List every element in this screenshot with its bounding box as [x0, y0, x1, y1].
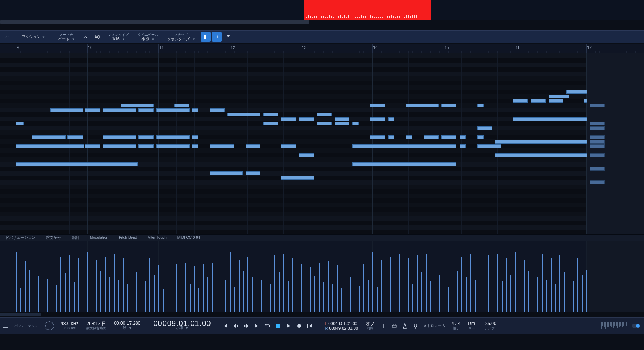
midi-note[interactable]: [441, 135, 456, 139]
velocity-bar[interactable]: [381, 260, 382, 312]
velocity-bar[interactable]: [359, 286, 360, 312]
velocity-bar[interactable]: [38, 276, 39, 312]
midi-note[interactable]: [174, 104, 189, 107]
velocity-bar[interactable]: [234, 287, 235, 312]
velocity-bar[interactable]: [172, 276, 172, 312]
velocity-bar[interactable]: [207, 277, 208, 312]
time-ruler[interactable]: 91011121314151617: [0, 44, 644, 53]
velocity-bar[interactable]: [141, 254, 141, 312]
quantize-dropdown[interactable]: クオンタイズ 1/16 ▼: [105, 31, 132, 43]
velocity-bar[interactable]: [528, 271, 529, 312]
velocity-bar[interactable]: [243, 271, 244, 312]
lane-tab[interactable]: 歌詞: [66, 234, 85, 241]
horizontal-scrollbar[interactable]: [0, 312, 644, 317]
midi-note[interactable]: [406, 135, 412, 139]
velocity-bar[interactable]: [43, 255, 43, 312]
arranger-overview[interactable]: [0, 0, 644, 20]
velocity-bar[interactable]: [453, 260, 453, 312]
velocity-bar[interactable]: [395, 277, 395, 312]
velocity-bar[interactable]: [149, 258, 150, 312]
midi-note[interactable]: [192, 135, 198, 139]
velocity-bar[interactable]: [502, 281, 503, 312]
midi-note[interactable]: [281, 144, 296, 148]
midi-note[interactable]: [210, 108, 225, 112]
action-menu[interactable]: アクション▼: [18, 32, 48, 42]
velocity-bar[interactable]: [301, 264, 302, 312]
stop-button[interactable]: [273, 321, 283, 331]
velocity-bar[interactable]: [292, 258, 293, 312]
velocity-bar[interactable]: [555, 284, 556, 312]
midi-note[interactable]: [138, 144, 154, 148]
velocity-bar[interactable]: [564, 272, 565, 312]
key-display[interactable]: Dm キー: [464, 321, 479, 330]
velocity-bar[interactable]: [127, 284, 128, 312]
lane-tab[interactable]: After Touch: [142, 234, 172, 241]
velocity-bar[interactable]: [247, 257, 248, 312]
velocity-bar[interactable]: [87, 252, 88, 312]
zoom-slider[interactable]: [599, 322, 629, 329]
velocity-bar[interactable]: [332, 284, 333, 312]
velocity-bar[interactable]: [386, 271, 386, 312]
midi-note[interactable]: [210, 171, 243, 175]
midi-note[interactable]: [67, 135, 83, 139]
midi-note[interactable]: [531, 99, 546, 103]
velocity-bar[interactable]: [252, 277, 253, 312]
velocity-bar[interactable]: [310, 267, 311, 312]
midi-note[interactable]: [513, 117, 599, 121]
midi-note[interactable]: [138, 135, 154, 139]
overview-playhead[interactable]: [304, 0, 304, 20]
velocity-bar[interactable]: [577, 258, 578, 312]
velocity-bar[interactable]: [145, 281, 146, 312]
midi-note[interactable]: [281, 176, 314, 180]
velocity-bar[interactable]: [283, 254, 284, 312]
midi-note[interactable]: [513, 99, 528, 103]
velocity-bar[interactable]: [480, 258, 480, 312]
velocity-bar[interactable]: [105, 257, 106, 312]
midi-note[interactable]: [16, 162, 138, 166]
midi-note[interactable]: [335, 122, 350, 125]
position-display[interactable]: 00009.01.01.00 小節 ▼: [144, 321, 220, 330]
velocity-bar[interactable]: [350, 277, 351, 312]
prev-marker-button[interactable]: [220, 321, 230, 331]
midi-note[interactable]: [370, 117, 385, 121]
record-button[interactable]: [294, 321, 304, 331]
velocity-bar[interactable]: [78, 258, 79, 312]
velocity-bar[interactable]: [306, 289, 306, 312]
velocity-bar[interactable]: [323, 282, 324, 312]
velocity-bar[interactable]: [573, 281, 574, 312]
velocity-bar[interactable]: [328, 261, 329, 312]
midi-note[interactable]: [103, 144, 137, 148]
tuning-fork-icon[interactable]: [410, 321, 420, 331]
velocity-bar[interactable]: [314, 276, 315, 312]
lane-tab[interactable]: Pitch Bend: [114, 234, 142, 241]
midi-note[interactable]: [477, 144, 501, 148]
velocity-bar[interactable]: [270, 284, 271, 312]
velocity-bar[interactable]: [484, 284, 484, 312]
velocity-bar[interactable]: [65, 273, 66, 312]
velocity-bar[interactable]: [185, 263, 186, 312]
velocity-bar[interactable]: [56, 285, 57, 312]
velocity-bar[interactable]: [404, 280, 404, 312]
velocity-bar[interactable]: [537, 277, 538, 312]
velocity-bar[interactable]: [466, 277, 467, 312]
velocity-lane[interactable]: [0, 241, 644, 312]
velocity-bar[interactable]: [136, 272, 137, 312]
midi-note[interactable]: [352, 162, 456, 166]
velocity-bar[interactable]: [412, 284, 413, 312]
view-config-icon[interactable]: [2, 32, 12, 42]
midi-note[interactable]: [156, 108, 190, 112]
piano-roll-grid[interactable]: [0, 53, 644, 234]
note-color-dropdown[interactable]: ノート色 パート ▼: [54, 31, 79, 43]
midi-note[interactable]: [477, 104, 484, 107]
velocity-bar[interactable]: [225, 280, 226, 312]
midi-note[interactable]: [406, 104, 439, 107]
midi-note[interactable]: [388, 135, 395, 139]
velocity-bar[interactable]: [203, 264, 204, 312]
velocity-bar[interactable]: [163, 289, 164, 312]
follow-toggle[interactable]: [632, 324, 640, 328]
velocity-bar[interactable]: [118, 280, 119, 312]
velocity-bar[interactable]: [475, 280, 476, 312]
velocity-bar[interactable]: [29, 270, 30, 312]
settings-icon[interactable]: [223, 32, 233, 42]
velocity-bar[interactable]: [439, 275, 440, 312]
